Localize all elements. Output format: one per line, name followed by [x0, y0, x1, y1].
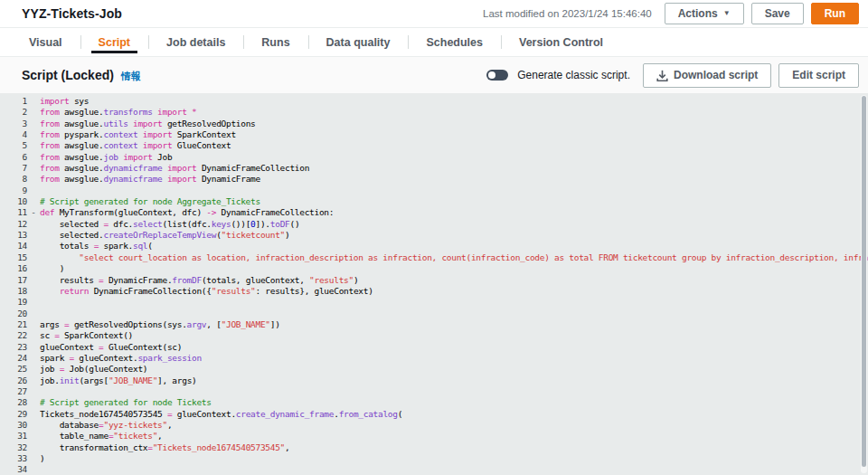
- code-line: 6 from awsglue.job import Job: [0, 152, 868, 163]
- fold-spacer: [27, 263, 40, 274]
- code-line: 9: [0, 185, 868, 196]
- code-line-content: spark = glueContext.spark_session: [40, 353, 868, 364]
- fold-spacer: [27, 342, 40, 353]
- fold-spacer: [27, 196, 40, 207]
- fold-spacer: [27, 420, 40, 431]
- fold-spacer: [27, 464, 40, 475]
- code-line-content: ): [40, 263, 868, 274]
- line-number: 10: [0, 196, 27, 207]
- glue-job-page: YYZ-Tickets-Job Last modified on 2023/1/…: [0, 0, 868, 475]
- code-line: 21 args = getResolvedOptions(sys.argv, […: [0, 319, 868, 330]
- code-line-content: job.init(args["JOB_NAME"], args): [40, 375, 868, 386]
- code-line: 5 from awsglue.context import GlueContex…: [0, 140, 868, 151]
- editor-scrollbar[interactable]: [861, 95, 867, 473]
- code-line-content: selected.createOrReplaceTempView("ticket…: [40, 230, 868, 241]
- code-line: 22 sc = SparkContext(): [0, 330, 868, 341]
- code-line-content: # Script generated for node Tickets: [40, 397, 868, 408]
- tab-schedules[interactable]: Schedules: [408, 28, 501, 56]
- line-number: 12: [0, 219, 27, 230]
- code-line: 12 selected = dfc.select(list(dfc.keys()…: [0, 219, 868, 230]
- code-line-content: [40, 185, 868, 196]
- info-link[interactable]: 情報: [121, 70, 141, 83]
- tab-script[interactable]: Script: [80, 28, 148, 56]
- line-number: 32: [0, 442, 27, 453]
- line-number: 17: [0, 275, 27, 286]
- code-line: 31 table_name="tickets",: [0, 431, 868, 442]
- code-line-content: job = Job(glueContext): [40, 364, 868, 375]
- save-button[interactable]: Save: [751, 3, 804, 24]
- line-number: 11: [0, 207, 27, 218]
- code-line-content: results = DynamicFrame.fromDF(totals, gl…: [40, 275, 868, 286]
- code-line: 13 selected.createOrReplaceTempView("tic…: [0, 230, 868, 241]
- line-number: 5: [0, 140, 27, 151]
- line-number: 16: [0, 263, 27, 274]
- code-line-content: import sys: [40, 96, 868, 107]
- tab-visual[interactable]: Visual: [11, 28, 80, 56]
- code-line: 3 from awsglue.utils import getResolvedO…: [0, 119, 868, 129]
- code-line-content: from awsglue.dynamicframe import Dynamic…: [40, 174, 868, 185]
- code-lines: 1 import sys2 from awsglue.transforms im…: [0, 96, 868, 475]
- fold-spacer: [27, 431, 40, 442]
- line-number: 34: [0, 464, 27, 475]
- run-button[interactable]: Run: [811, 3, 859, 24]
- line-number: 3: [0, 119, 27, 129]
- code-line-content: transformation_ctx="Tickets_node16745405…: [40, 442, 868, 453]
- actions-button-label: Actions: [678, 7, 718, 20]
- code-line: 33 ): [0, 453, 868, 464]
- code-line-content: [40, 297, 868, 308]
- actions-button[interactable]: Actions ▼: [665, 3, 744, 24]
- code-line-content: table_name="tickets",: [40, 431, 868, 442]
- line-number: 15: [0, 252, 27, 263]
- line-number: 31: [0, 431, 27, 442]
- fold-spacer: [27, 163, 40, 174]
- line-number: 2: [0, 107, 27, 118]
- fold-spacer: [27, 364, 40, 375]
- toggle-knob: [488, 71, 495, 79]
- script-toolbar-right: Generate classic script. Download script…: [486, 63, 859, 88]
- line-number: 30: [0, 420, 27, 431]
- download-icon: [656, 70, 668, 81]
- script-toolbar: Script (Locked) 情報 Generate classic scri…: [0, 57, 868, 93]
- code-line: 18 return DynamicFrameCollection({"resul…: [0, 286, 868, 297]
- line-number: 8: [0, 174, 27, 185]
- fold-spacer: [27, 330, 40, 341]
- tab-runs[interactable]: Runs: [243, 28, 307, 56]
- script-toolbar-left: Script (Locked) 情報: [22, 68, 141, 83]
- line-number: 21: [0, 319, 27, 330]
- download-script-button[interactable]: Download script: [643, 63, 771, 88]
- fold-spacer: [27, 275, 40, 286]
- line-number: 1: [0, 96, 27, 107]
- fold-spacer: [27, 96, 40, 107]
- line-number: 20: [0, 309, 27, 319]
- generate-classic-script-toggle[interactable]: [486, 70, 508, 81]
- code-editor[interactable]: 1 import sys2 from awsglue.transforms im…: [0, 93, 868, 475]
- code-line: 24 spark = glueContext.spark_session: [0, 353, 868, 364]
- tab-data-quality[interactable]: Data quality: [308, 28, 409, 56]
- fold-spacer: [27, 129, 40, 140]
- edit-script-button[interactable]: Edit script: [778, 63, 859, 88]
- line-number: 19: [0, 297, 27, 308]
- fold-spacer: [27, 185, 40, 196]
- last-modified-text: Last modified on 2023/1/24 15:46:40: [483, 8, 652, 19]
- header-actions: Last modified on 2023/1/24 15:46:40 Acti…: [483, 3, 859, 24]
- fold-spacer: [27, 219, 40, 230]
- fold-spacer: [27, 453, 40, 464]
- fold-spacer: [27, 119, 40, 129]
- tab-job-details[interactable]: Job details: [148, 28, 243, 56]
- fold-spacer: [27, 174, 40, 185]
- fold-spacer: [27, 397, 40, 408]
- caret-down-icon: ▼: [723, 10, 731, 17]
- fold-spacer: [27, 309, 40, 319]
- code-line-content: args = getResolvedOptions(sys.argv, ["JO…: [40, 319, 868, 330]
- tab-version-control[interactable]: Version Control: [501, 28, 621, 56]
- fold-spacer: [27, 297, 40, 308]
- line-number: 26: [0, 375, 27, 386]
- code-line-content: from pyspark.context import SparkContext: [40, 129, 868, 140]
- fold-marker-icon[interactable]: -: [27, 207, 40, 218]
- code-line-content: from awsglue.dynamicframe import Dynamic…: [40, 163, 868, 174]
- code-line: 28 # Script generated for node Tickets: [0, 397, 868, 408]
- generate-classic-script-label: Generate classic script.: [517, 69, 630, 81]
- code-line: 2 from awsglue.transforms import *: [0, 107, 868, 118]
- editor-scrollbar-thumb[interactable]: [862, 96, 866, 467]
- fold-spacer: [27, 386, 40, 397]
